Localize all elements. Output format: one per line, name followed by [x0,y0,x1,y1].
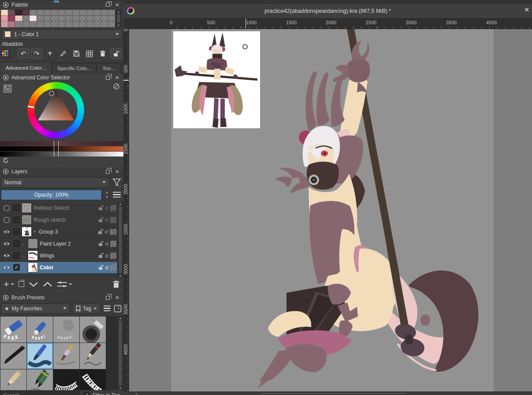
color-wheel-area[interactable] [0,82,123,139]
palette-swatch[interactable] [37,15,44,21]
palette-swatch[interactable] [15,21,22,27]
palette-swatch[interactable] [30,10,37,15]
palette-swatch[interactable] [101,21,108,27]
alpha-icon[interactable]: α [105,216,108,223]
palette-scrollbar[interactable]: ▲ ▼ [115,10,122,27]
close-panel-button[interactable]: × [114,2,121,8]
palette-swatch[interactable] [37,21,44,27]
palette-swatch[interactable] [93,10,100,15]
palette-swatch[interactable] [51,21,58,27]
palette-swatch[interactable] [86,15,93,21]
scroll-up-icon[interactable]: ▲ [117,10,120,13]
lock-palette-button[interactable] [110,48,122,59]
layer-row-wings[interactable]: ∟ Wings α [0,250,123,262]
palette-swatch[interactable] [72,15,79,21]
palette-swatch[interactable] [51,10,58,15]
palette-swatch[interactable] [79,10,86,15]
lock-open-icon[interactable] [97,229,103,235]
panel-lock-icon[interactable] [3,168,9,175]
layer-row-rough-sketch[interactable]: Rough sketch α [0,214,123,226]
layer-row-refined-sketch[interactable]: Refined Sketch α [0,202,123,214]
palette-swatch[interactable] [65,15,72,21]
move-layer-down-button[interactable] [29,281,38,287]
palette-swatch[interactable] [8,15,15,21]
layer-row-color[interactable]: ✓ ∟ Color α [0,262,123,274]
spin-down-icon[interactable]: ▼ [104,195,110,198]
edit-palette-button[interactable] [57,48,69,59]
drag-handle[interactable]: ······ [0,59,123,62]
tab-advanced-color[interactable]: Advanced Color... [0,62,52,74]
palette-swatch[interactable] [58,21,65,27]
palette-swatch[interactable] [58,10,65,15]
scroll-left-icon[interactable]: ◂ [135,392,137,395]
tag-button[interactable]: Tag [72,303,100,314]
palette-swatch[interactable] [22,21,30,27]
palette-swatch[interactable] [8,10,15,15]
tab-specific-color[interactable]: Specific Colo... [52,63,97,74]
inherit-alpha-icon[interactable] [110,265,116,271]
palette-swatch[interactable] [44,15,51,21]
palette-swatch[interactable] [108,10,115,15]
move-layer-up-button[interactable] [43,281,52,287]
palette-swatch[interactable] [101,15,108,21]
panel-lock-icon[interactable] [3,294,9,301]
passthrough-icon[interactable] [110,229,116,235]
visibility-toggle[interactable] [2,204,11,212]
float-panel-button[interactable] [104,294,111,301]
lock-open-icon[interactable] [98,205,104,211]
layer-checkbox[interactable] [13,205,20,211]
delete-swatch-button[interactable] [97,48,108,59]
palette-swatch[interactable] [44,10,51,15]
add-layer-button[interactable]: + [4,279,14,290]
opacity-stepper[interactable]: ▲▼ [104,190,110,200]
palette-swatch[interactable] [30,15,37,21]
shade-bar-2[interactable] [0,146,123,151]
palette-swatch[interactable] [79,15,86,21]
palette-swatch[interactable] [37,10,44,15]
drag-handle[interactable]: ······ [0,291,123,294]
scroll-thumb[interactable] [260,392,406,395]
palette-swatch[interactable] [86,21,93,27]
palette-swatch[interactable] [22,10,30,15]
visibility-toggle[interactable] [2,228,11,236]
document-title-bar[interactable]: practice42(abaddonspeardancing).kra (867… [123,4,532,19]
brush-tile-paintbrush-selected[interactable] [27,343,53,369]
lock-open-icon[interactable] [98,217,104,223]
palette-swatch[interactable] [51,15,58,21]
display-mode-button[interactable] [114,305,122,313]
scroll-thumb[interactable] [116,14,121,23]
layer-checkbox[interactable] [13,240,20,247]
no-color-icon[interactable] [113,83,120,90]
spin-up-icon[interactable]: ▲ [104,191,110,194]
palette-swatch[interactable] [8,21,15,27]
panel-lock-icon[interactable] [3,75,9,81]
scroll-thumb[interactable] [118,320,123,386]
opacity-slider[interactable]: Opacity: 100% [1,190,102,200]
palette-swatch[interactable] [79,21,86,27]
shade-selector[interactable] [0,141,123,157]
shade-bar-1[interactable] [0,141,123,146]
selector-settings-icon[interactable] [4,85,11,93]
palette-swatch[interactable] [93,15,100,21]
lock-open-icon[interactable] [98,265,104,270]
brush-tag-dropdown[interactable]: ★ My Favorites [1,303,70,314]
close-panel-button[interactable]: × [114,168,121,175]
palette-swatch[interactable] [1,21,8,27]
palette-swatch[interactable] [72,21,79,27]
brush-grid-scrollbar[interactable]: ▲ ▼ [117,316,123,390]
search-input[interactable] [0,391,80,395]
canvas-viewport[interactable] [129,29,532,391]
scroll-up-icon[interactable]: ▲ [119,202,122,205]
scroll-down-icon[interactable]: ▼ [119,387,122,390]
palette-swatch[interactable] [22,15,30,21]
alpha-icon[interactable]: α [105,228,108,235]
float-panel-button[interactable] [104,2,111,8]
palette-swatch-grid[interactable] [1,10,115,27]
layer-checkbox[interactable] [13,228,20,235]
shade-bar-3[interactable] [0,152,123,157]
undo-button[interactable]: ↶ [18,48,29,59]
float-panel-button[interactable] [104,75,111,81]
palette-swatch[interactable] [101,10,108,15]
palette-swatch[interactable] [65,21,72,27]
scroll-down-icon[interactable]: ▼ [119,274,122,277]
